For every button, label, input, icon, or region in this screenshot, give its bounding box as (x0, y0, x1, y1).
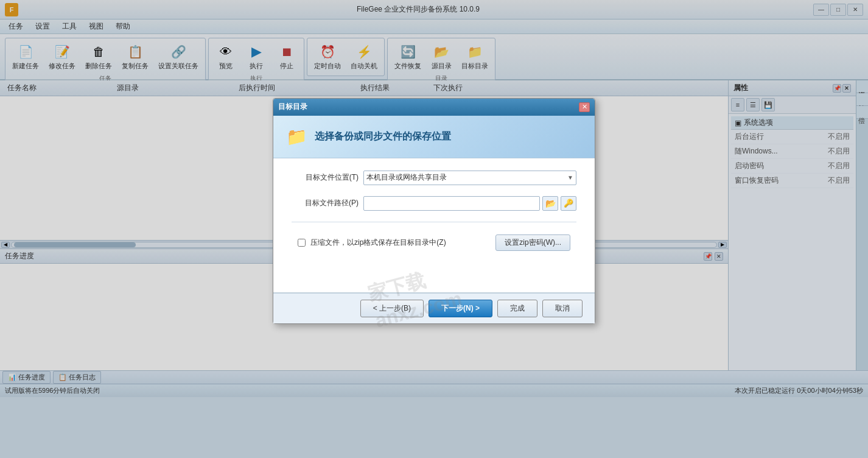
modal-footer: < 上一步(B) 下一步(N) > 完成 取消 (273, 293, 595, 323)
path-field-row: 目标文件路径(P) 📂 🔑 (292, 196, 576, 211)
key-button[interactable]: 🔑 (561, 196, 576, 211)
path-input-wrap: 📂 🔑 (363, 196, 576, 211)
location-input-wrap: 本机目录或网络共享目录 ▼ (363, 171, 576, 185)
cancel-button[interactable]: 取消 (542, 300, 583, 317)
modal-header-banner: 📁 选择备份或同步文件的保存位置 (273, 116, 595, 158)
modal-header-icon: 📁 (285, 125, 307, 147)
finish-button[interactable]: 完成 (497, 300, 537, 317)
next-button[interactable]: 下一步(N) > (429, 300, 492, 317)
location-select-arrow: ▼ (567, 174, 573, 181)
modal-content: 目标文件位置(T) 本机目录或网络共享目录 ▼ 目标文件路径(P) 📂 🔑 (273, 158, 595, 292)
modal-title: 目标目录 (278, 102, 307, 112)
location-label: 目标文件位置(T) (292, 172, 359, 183)
modal-titlebar: 目标目录 ✕ (273, 99, 595, 116)
zip-checkbox-label: 压缩文件，以zip格式保存在目标目录中(Z) (310, 238, 446, 248)
location-field-row: 目标文件位置(T) 本机目录或网络共享目录 ▼ (292, 171, 576, 185)
back-button[interactable]: < 上一步(B) (360, 300, 424, 317)
path-label: 目标文件路径(P) (292, 198, 359, 208)
modal-close-button[interactable]: ✕ (579, 102, 590, 112)
path-input[interactable] (363, 196, 540, 211)
zip-password-button[interactable]: 设置zip密码(W)... (495, 234, 570, 251)
modal-header-title: 选择备份或同步文件的保存位置 (315, 130, 451, 143)
browse-folder-button[interactable]: 📂 (542, 196, 558, 211)
divider (292, 222, 576, 222)
zip-checkbox[interactable] (298, 239, 306, 247)
modal-dialog: 目标目录 ✕ 📁 选择备份或同步文件的保存位置 目标文件位置(T) 本机目录或网… (273, 98, 595, 324)
location-select-value: 本机目录或网络共享目录 (366, 172, 447, 183)
zip-checkbox-row: 压缩文件，以zip格式保存在目标目录中(Z) 设置zip密码(W)... (292, 234, 576, 251)
modal-overlay: 目标目录 ✕ 📁 选择备份或同步文件的保存位置 目标文件位置(T) 本机目录或网… (0, 0, 868, 458)
location-select[interactable]: 本机目录或网络共享目录 ▼ (363, 171, 576, 185)
